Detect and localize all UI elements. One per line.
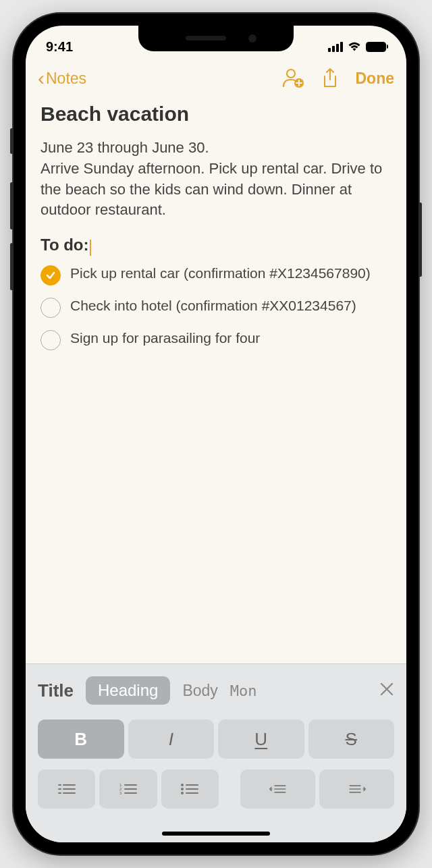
bulleted-list-button[interactable] — [161, 769, 219, 809]
format-toolbar: Title Heading Body Mon B I U S 123 — [26, 663, 406, 842]
bold-button[interactable]: B — [38, 720, 124, 759]
share-button[interactable] — [322, 68, 338, 88]
underline-button[interactable]: U — [218, 720, 304, 759]
checklist-checkbox[interactable] — [40, 265, 61, 286]
home-indicator[interactable] — [162, 832, 270, 836]
svg-point-7 — [181, 792, 184, 794]
svg-point-6 — [181, 788, 184, 790]
dashed-list-button[interactable] — [38, 769, 95, 809]
battery-icon — [366, 42, 386, 52]
style-title-button[interactable]: Title — [38, 680, 74, 701]
note-body[interactable]: June 23 through June 30. Arrive Sunday a… — [40, 138, 392, 221]
checklist: Pick up rental car (confirmation #X12345… — [40, 264, 392, 350]
notch — [138, 26, 294, 51]
todo-heading[interactable]: To do: — [40, 236, 89, 254]
volume-down-button[interactable] — [10, 243, 14, 290]
back-button[interactable]: ‹ Notes — [38, 67, 86, 90]
back-label: Notes — [46, 70, 86, 88]
checklist-item[interactable]: Pick up rental car (confirmation #X12345… — [40, 264, 392, 286]
paragraph-style-row: Title Heading Body Mon — [38, 676, 394, 705]
done-button[interactable]: Done — [356, 70, 395, 88]
style-body-button[interactable]: Body — [182, 682, 217, 700]
checklist-checkbox[interactable] — [40, 298, 61, 318]
power-button[interactable] — [418, 202, 422, 277]
text-format-row: B I U S — [38, 720, 394, 759]
outdent-button[interactable] — [240, 769, 315, 809]
nav-bar: ‹ Notes Done — [26, 59, 406, 97]
close-format-button[interactable] — [379, 680, 394, 701]
wifi-icon — [348, 42, 361, 52]
checklist-checkbox[interactable] — [40, 330, 61, 350]
screen: 9:41 ‹ Notes — [26, 26, 406, 842]
mute-switch[interactable] — [10, 128, 14, 154]
status-time: 9:41 — [46, 39, 73, 55]
text-cursor — [90, 240, 91, 256]
status-right — [328, 42, 386, 52]
checklist-item[interactable]: Check into hotel (confirmation #XX012345… — [40, 296, 392, 318]
style-heading-button[interactable]: Heading — [86, 676, 170, 705]
checklist-item-text[interactable]: Sign up for parasailing for four — [70, 329, 260, 348]
svg-text:3: 3 — [119, 791, 122, 795]
italic-button[interactable]: I — [128, 720, 215, 759]
note-title[interactable]: Beach vacation — [40, 103, 392, 126]
add-person-button[interactable] — [283, 67, 304, 89]
list-format-row: 123 — [38, 769, 394, 809]
svg-point-0 — [287, 70, 295, 78]
indent-button[interactable] — [319, 769, 394, 809]
checklist-item[interactable]: Sign up for parasailing for four — [40, 329, 392, 350]
numbered-list-button[interactable]: 123 — [99, 769, 157, 809]
svg-point-5 — [181, 784, 184, 786]
phone-frame: 9:41 ‹ Notes — [14, 13, 418, 855]
checklist-item-text[interactable]: Pick up rental car (confirmation #X12345… — [70, 264, 371, 283]
checklist-item-text[interactable]: Check into hotel (confirmation #XX012345… — [70, 296, 356, 315]
note-content[interactable]: Beach vacation June 23 through June 30. … — [26, 97, 406, 663]
cellular-signal-icon — [328, 42, 343, 52]
style-mono-button[interactable]: Mon — [230, 682, 257, 699]
volume-up-button[interactable] — [10, 182, 14, 229]
strikethrough-button[interactable]: S — [308, 720, 395, 759]
chevron-left-icon: ‹ — [38, 67, 45, 90]
